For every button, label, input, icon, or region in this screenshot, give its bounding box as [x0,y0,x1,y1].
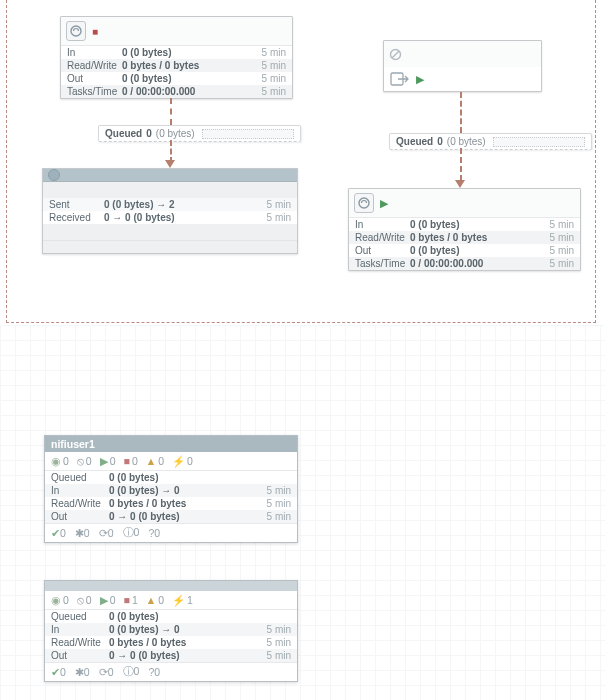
arrowhead-icon [165,160,175,168]
locally-modified-icon: ✱ [75,527,84,539]
queue-bytes: (0 bytes) [156,128,195,139]
row-label: In [67,47,122,58]
uptodate-icon: ✔ [51,666,60,678]
stop-icon: ■ [92,26,98,37]
remote-process-group[interactable]: Sent0 (0 bytes) → 25 min Received0 → 0 (… [42,168,298,254]
arrowhead-icon [455,180,465,188]
process-group-unnamed[interactable]: ◉0 ⦸0 ▶0 ■1 ▲0 ⚡1 Queued0 (0 bytes) In0 … [44,580,298,682]
pg-version-row: ✔0 ✱0 ⟳0 ⓘ0 ?0 [45,662,297,681]
invalid-icon: ▲ [146,455,156,467]
disabled-icon-small: ⚡ [172,455,185,468]
queue-meter [202,129,294,139]
stale-icon: ⟳ [99,527,108,539]
svg-line-2 [392,51,399,58]
process-group-nifiuser1[interactable]: nifiuser1 ◉0 ⦸0 ▶0 ■0 ▲0 ⚡0 Queued0 (0 b… [44,435,298,543]
connection-queue[interactable]: Queued 0 (0 bytes) [98,125,301,142]
row-value: 0 (0 bytes) [122,47,262,58]
stopped-icon: ■ [124,594,130,606]
row-time: 5 min [262,47,286,58]
pg-status-row: ◉0 ⦸0 ▶0 ■0 ▲0 ⚡0 [45,452,297,471]
stopped-icon: ■ [124,455,130,467]
svg-point-4 [359,198,369,208]
input-port-disabled[interactable]: ▶ [383,40,542,92]
transmitting-icon: ◉ [51,594,61,606]
queue-count: 0 [146,128,152,139]
connection-line [460,148,462,181]
transmitting-icon: ◉ [51,455,61,467]
connection-line [170,98,172,125]
running-icon: ▶ [100,594,108,606]
queue-meter [493,137,585,147]
running-icon: ▶ [100,455,108,467]
connection-queue[interactable]: Queued 0 (0 bytes) [389,133,592,150]
play-icon: ▶ [416,73,424,86]
locally-modified-icon: ✱ [75,666,84,678]
processor-stopped[interactable]: ■ In0 (0 bytes)5 min Read/Write0 bytes /… [60,16,293,99]
invalid-icon: ▲ [146,594,156,606]
play-icon: ▶ [380,197,388,210]
flow-canvas[interactable]: ■ In0 (0 bytes)5 min Read/Write0 bytes /… [0,0,605,700]
disabled-icon-small: ⚡ [172,594,185,607]
processor-icon [354,193,374,213]
processor-icon [66,21,86,41]
transmission-icon [48,169,60,181]
not-transmitting-icon: ⦸ [77,594,84,607]
sync-failure-icon: ⓘ [123,665,134,679]
disabled-icon [389,48,402,61]
pg-version-row: ✔0 ✱0 ⟳0 ⓘ0 ?0 [45,523,297,542]
pg-status-row: ◉0 ⦸0 ▶0 ■1 ▲0 ⚡1 [45,591,297,610]
port-icon [390,71,410,87]
pg-title: nifiuser1 [51,438,95,450]
not-transmitting-icon: ⦸ [77,455,84,468]
stale-icon: ⟳ [99,666,108,678]
processor-running[interactable]: ▶ In0 (0 bytes)5 min Read/Write0 bytes /… [348,188,581,271]
queue-label: Queued [105,128,142,139]
sync-failure-icon: ⓘ [123,526,134,540]
uptodate-icon: ✔ [51,527,60,539]
connection-line [460,92,462,133]
svg-point-0 [71,26,81,36]
